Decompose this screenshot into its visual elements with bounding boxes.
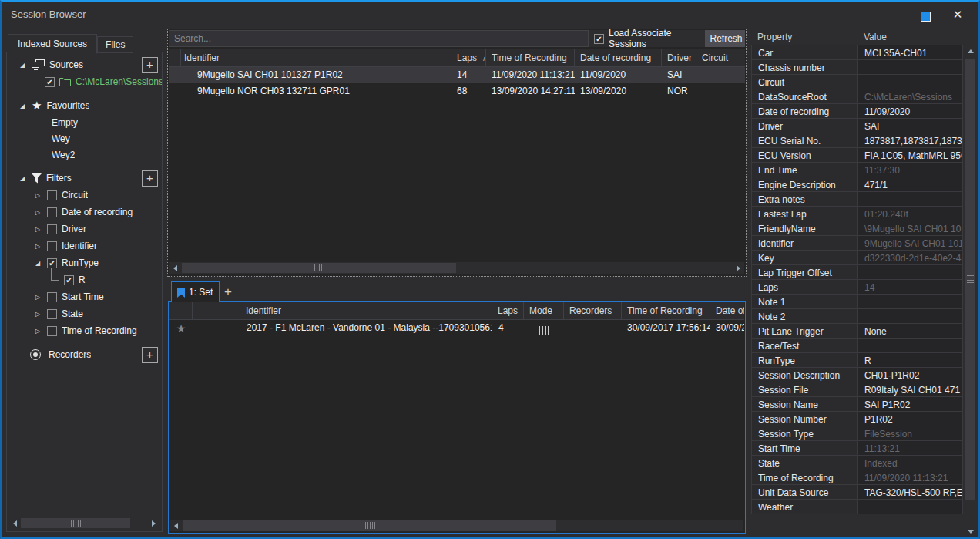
property-row[interactable]: Session Description CH01-P1R02 <box>751 367 963 382</box>
expander-icon[interactable] <box>33 209 42 216</box>
session-color-cell[interactable] <box>193 320 240 337</box>
column-header-mode[interactable]: Mode <box>524 302 564 319</box>
property-value[interactable]: R09Italy SAI CH01 471 1 2 <box>858 382 962 396</box>
property-row[interactable]: Extra notes <box>751 191 963 207</box>
scrollbar-thumb[interactable] <box>183 520 556 531</box>
property-value[interactable]: Indexed <box>858 456 962 470</box>
expander-icon[interactable] <box>18 62 27 69</box>
property-row[interactable]: RunType R <box>751 352 963 368</box>
scrollbar-track[interactable] <box>181 262 733 274</box>
add-filter-button[interactable]: + <box>142 170 158 187</box>
sidebar-hscrollbar[interactable] <box>9 517 159 529</box>
property-value[interactable]: 11:13:21 <box>858 441 962 455</box>
expander-icon[interactable] <box>33 311 42 318</box>
column-header-recorders[interactable]: Recorders <box>564 302 622 319</box>
property-value[interactable] <box>858 309 962 323</box>
close-button[interactable]: ✕ <box>945 6 971 23</box>
property-value[interactable] <box>858 192 962 206</box>
column-header-time[interactable]: Time of Recording <box>622 302 710 319</box>
column-header-laps[interactable]: Laps∧ <box>451 49 486 66</box>
property-row[interactable]: Weather <box>751 499 963 514</box>
property-value[interactable]: CH01-P1R02 <box>858 368 962 382</box>
property-value[interactable] <box>858 500 962 514</box>
recorders-radio-icon[interactable] <box>30 349 41 360</box>
load-associate-checkbox[interactable] <box>594 34 604 44</box>
property-row[interactable]: Driver SAI <box>751 118 963 133</box>
add-recorder-button[interactable]: + <box>142 347 158 363</box>
property-row[interactable]: Time of Recording 11/09/2020 11:13:21 <box>751 470 963 485</box>
property-value[interactable]: 471/1 <box>858 177 962 191</box>
filter-item[interactable]: Date of recording <box>7 204 162 221</box>
expander-icon[interactable] <box>33 260 42 267</box>
scrollbar-track[interactable] <box>21 517 148 529</box>
filter-item[interactable]: State <box>7 305 162 322</box>
scroll-left-button[interactable] <box>170 520 182 531</box>
tree-item-source-path[interactable]: C:\McLaren\Sessions <box>7 73 162 90</box>
property-value[interactable]: 11:37:30 <box>858 163 962 177</box>
property-value[interactable]: d322330d-2d1e-40e2-4d4 <box>858 251 962 264</box>
filter-checkbox[interactable] <box>64 275 74 285</box>
source-path-checkbox[interactable] <box>45 77 55 87</box>
scrollbar-track[interactable] <box>182 520 743 531</box>
favourite-item[interactable]: Wey <box>7 130 162 147</box>
property-value[interactable]: P1R02 <box>858 412 962 426</box>
properties-vscrollbar[interactable] <box>965 45 976 537</box>
property-value[interactable] <box>858 60 962 74</box>
scroll-up-button[interactable] <box>965 45 976 57</box>
property-row[interactable]: Chassis number <box>751 59 963 75</box>
property-row[interactable]: Key d322330d-2d1e-40e2-4d4 <box>751 250 963 265</box>
set-hscrollbar[interactable] <box>170 520 743 531</box>
property-row[interactable]: Session File R09Italy SAI CH01 471 1 2 <box>751 382 963 397</box>
property-row[interactable]: State Indexed <box>751 455 963 470</box>
sessions-hscrollbar[interactable] <box>169 262 744 274</box>
scrollbar-thumb[interactable] <box>182 263 456 273</box>
tab-files[interactable]: Files <box>97 36 133 53</box>
tab-indexed-sources[interactable]: Indexed Sources <box>8 34 97 54</box>
favourite-item[interactable]: Wey2 <box>7 147 162 163</box>
property-row[interactable]: Circuit <box>751 74 963 89</box>
filter-item[interactable]: Driver <box>7 221 162 237</box>
property-row[interactable]: Lap Trigger Offset <box>751 264 963 280</box>
property-row[interactable]: Note 2 <box>751 308 963 324</box>
property-value[interactable]: None <box>858 324 962 338</box>
favourite-star-icon[interactable]: ★ <box>169 320 193 337</box>
column-header-date[interactable]: Date of recording <box>710 302 744 319</box>
property-value[interactable]: SAI P1R02 <box>858 397 962 411</box>
property-row[interactable]: Engine Description 471/1 <box>751 177 963 192</box>
expander-icon[interactable] <box>33 243 42 250</box>
scroll-down-button[interactable] <box>965 526 976 537</box>
filter-checkbox[interactable] <box>47 326 57 336</box>
property-row[interactable]: Session Type FileSession <box>751 426 963 441</box>
scroll-right-button[interactable] <box>148 517 159 529</box>
column-header-driver[interactable]: Driver <box>662 49 696 66</box>
property-value[interactable]: TAG-320/HSL-500 RF,Eth <box>858 485 962 499</box>
set-session-row[interactable]: ★ 2017 - F1 McLaren - Vandorne 01 - Mala… <box>169 320 744 337</box>
expander-icon[interactable] <box>33 294 42 301</box>
property-value[interactable]: 11/09/2020 <box>858 104 962 118</box>
property-row[interactable]: Unit Data Source TAG-320/HSL-500 RF,Eth <box>751 484 963 500</box>
column-header-date[interactable]: Date of recording <box>575 49 662 66</box>
property-value[interactable]: SAI <box>858 119 962 133</box>
filter-checkbox[interactable] <box>47 309 57 319</box>
filter-checkbox[interactable] <box>47 190 57 200</box>
filter-checkbox[interactable] <box>47 207 57 217</box>
scrollbar-thumb[interactable] <box>965 59 975 500</box>
property-row[interactable]: ECU Version FIA 1C05, MathMRL 95C2 <box>751 147 963 163</box>
property-row[interactable]: Car MCL35A-CH01 <box>751 45 963 60</box>
column-header-identifier[interactable]: Identifier <box>240 302 492 319</box>
scroll-left-button[interactable] <box>9 517 21 529</box>
property-row[interactable]: Race/Test <box>751 338 963 353</box>
add-source-button[interactable]: + <box>142 57 158 73</box>
property-value[interactable]: 9Mugello SAI CH01 1013 <box>858 236 962 250</box>
property-value[interactable] <box>858 265 962 279</box>
property-value[interactable] <box>858 295 962 308</box>
property-value[interactable]: C:\McLaren\Sessions <box>858 89 962 103</box>
property-row[interactable]: ECU Serial No. 1873817,1873817,1873817 <box>751 133 963 148</box>
property-value[interactable]: 01:20.240f <box>858 207 962 221</box>
tree-item-sources[interactable]: Sources + <box>7 56 162 73</box>
expander-icon[interactable] <box>33 328 42 335</box>
value-column-header[interactable]: Value <box>858 29 963 45</box>
filter-checkbox[interactable] <box>47 292 57 302</box>
filter-item[interactable]: Circuit <box>7 187 162 204</box>
maximize-button[interactable] <box>912 6 938 23</box>
